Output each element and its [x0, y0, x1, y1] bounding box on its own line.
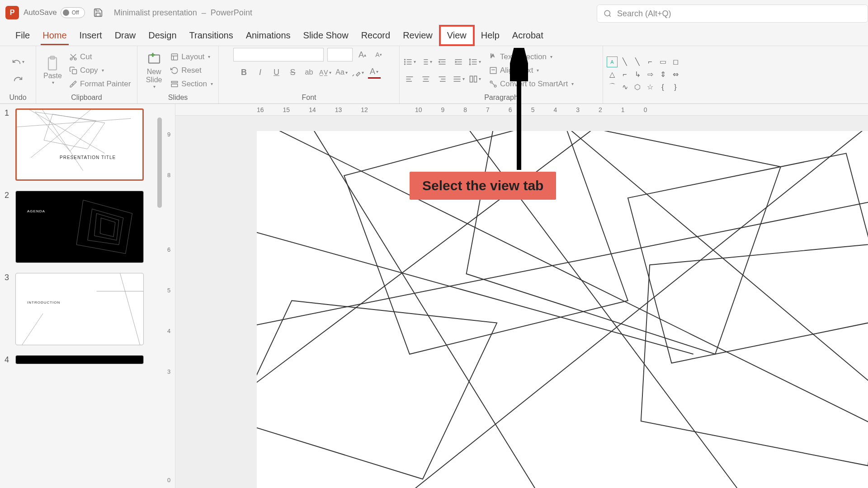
bold-button[interactable]: B — [238, 66, 250, 79]
freeform-shape-icon[interactable]: ⬡ — [632, 82, 643, 93]
font-family-select[interactable] — [233, 48, 324, 61]
square-shape-icon[interactable]: ◻ — [670, 56, 681, 67]
slide-thumbnail-1[interactable]: 1 PRESENTATION TITLE — [5, 108, 158, 181]
character-spacing-button[interactable]: A̲V̲▾ — [319, 66, 332, 79]
tab-acrobat[interactable]: Acrobat — [506, 27, 550, 44]
thumbnail-image[interactable]: PRESENTATION TITLE — [15, 108, 144, 181]
layout-button[interactable]: Layout▾ — [169, 52, 215, 62]
svg-rect-50 — [490, 67, 496, 74]
tab-insert[interactable]: Insert — [73, 27, 108, 44]
decrease-indent-button[interactable] — [436, 56, 448, 68]
font-color-button[interactable]: A▾ — [368, 66, 381, 79]
tab-transitions[interactable]: Transitions — [183, 27, 240, 44]
increase-font-button[interactable]: A▴ — [356, 48, 369, 61]
save-icon[interactable] — [93, 8, 103, 18]
svg-line-80 — [257, 198, 868, 332]
undo-button[interactable]: ▾ — [12, 56, 24, 68]
thumbnail-image[interactable] — [15, 355, 144, 364]
tab-review[interactable]: Review — [396, 27, 439, 44]
slide-thumbnail-2[interactable]: 2 AGENDA — [5, 191, 158, 263]
copy-button[interactable]: Copy▾ — [67, 65, 132, 76]
font-size-select[interactable] — [327, 48, 353, 61]
numbering-button[interactable]: ▾ — [420, 56, 432, 68]
align-left-button[interactable] — [403, 73, 416, 85]
tab-draw[interactable]: Draw — [108, 27, 142, 44]
svg-line-67 — [21, 314, 43, 345]
increase-indent-button[interactable] — [452, 56, 465, 68]
line2-shape-icon[interactable]: ╲ — [632, 56, 643, 67]
brace2-shape-icon[interactable]: } — [670, 82, 681, 93]
svg-marker-60 — [35, 112, 96, 151]
triangle-shape-icon[interactable]: △ — [607, 69, 618, 80]
svg-point-4 — [70, 58, 72, 60]
paste-button[interactable]: Paste▾ — [40, 54, 66, 87]
tab-design[interactable]: Design — [142, 27, 183, 44]
arc-shape-icon[interactable]: ⌒ — [607, 82, 618, 93]
leftright-shape-icon[interactable]: ⇔ — [670, 69, 681, 80]
convert-smartart-button[interactable]: Convert to SmartArt▾ — [487, 79, 576, 89]
redo-button[interactable] — [12, 73, 24, 85]
ribbon-tabs: File Home Insert Draw Design Transitions… — [0, 25, 868, 46]
svg-marker-76 — [628, 153, 868, 363]
autosave-toggle[interactable]: AutoSave Off — [24, 7, 85, 18]
cut-button[interactable]: Cut — [67, 52, 132, 62]
section-button[interactable]: Section▾ — [169, 79, 215, 89]
change-case-button[interactable]: Aa▾ — [335, 66, 348, 79]
reset-button[interactable]: Reset — [169, 65, 215, 76]
align-center-button[interactable] — [420, 73, 432, 85]
slide-number: 3 — [5, 273, 12, 345]
line-spacing-button[interactable]: ▾ — [468, 56, 481, 68]
justify-button[interactable]: ▾ — [452, 73, 465, 85]
bullets-button[interactable]: ▾ — [403, 56, 416, 68]
textbox-shape-icon[interactable]: A — [607, 56, 618, 67]
tab-help[interactable]: Help — [475, 27, 506, 44]
scrollbar-thumb[interactable] — [157, 117, 162, 208]
elbow-shape-icon[interactable]: ↳ — [632, 69, 643, 80]
svg-rect-12 — [172, 54, 178, 60]
svg-point-21 — [404, 61, 405, 62]
align-text-button[interactable]: Align Text▾ — [487, 65, 576, 76]
underline-button[interactable]: U — [270, 66, 283, 79]
thumbnail-image[interactable]: AGENDA — [15, 191, 144, 263]
tab-slideshow[interactable]: Slide Show — [297, 27, 355, 44]
tab-record[interactable]: Record — [355, 27, 396, 44]
star-shape-icon[interactable]: ☆ — [645, 82, 656, 93]
thumb-title: AGENDA — [27, 209, 45, 213]
arrow-shape-icon[interactable]: ⇨ — [645, 69, 656, 80]
connector-shape-icon[interactable]: ⌐ — [645, 56, 656, 67]
toggle-switch[interactable]: Off — [61, 7, 85, 18]
highlight-button[interactable]: ▾ — [352, 66, 364, 79]
tab-animations[interactable]: Animations — [240, 27, 297, 44]
curve-shape-icon[interactable]: ∿ — [619, 82, 630, 93]
shapes-gallery[interactable]: A ╲ ╲ ⌐ ▭ ◻ △ ⌐ ↳ ⇨ ⇕ ⇔ ⌒ ∿ ⬡ ☆ { } — [607, 56, 681, 93]
new-slide-button[interactable]: New Slide▾ — [141, 50, 167, 90]
decrease-font-button[interactable]: A▾ — [373, 48, 385, 61]
slide-thumbnail-4[interactable]: 4 — [5, 355, 158, 365]
align-right-button[interactable] — [436, 73, 448, 85]
shadow-button[interactable]: ab — [303, 66, 316, 79]
tab-view[interactable]: View — [439, 25, 475, 46]
tab-home[interactable]: Home — [36, 27, 73, 44]
svg-marker-83 — [513, 48, 525, 56]
strikethrough-button[interactable]: S — [287, 66, 299, 79]
format-painter-button[interactable]: Format Painter — [67, 79, 132, 89]
search-input[interactable]: Search (Alt+Q) — [597, 5, 868, 23]
rectangle-shape-icon[interactable]: ▭ — [657, 56, 668, 67]
slide-thumbnail-3[interactable]: 3 INTRODUCTION — [5, 273, 158, 345]
brace-shape-icon[interactable]: { — [657, 82, 668, 93]
columns-button[interactable]: ▾ — [468, 73, 481, 85]
slides-group-label: Slides — [141, 93, 215, 103]
line-shape-icon[interactable]: ╲ — [619, 56, 630, 67]
updown-shape-icon[interactable]: ⇕ — [657, 69, 668, 80]
slide-number: 2 — [5, 191, 12, 263]
angle-shape-icon[interactable]: ⌐ — [619, 69, 630, 80]
text-direction-button[interactable]: |AText Direction▾ — [487, 52, 576, 62]
svg-rect-15 — [172, 81, 178, 83]
svg-point-5 — [74, 58, 76, 60]
italic-button[interactable]: I — [254, 66, 267, 79]
slide-thumbnail-panel[interactable]: 1 PRESENTATION TITLE 2 AGENDA 3 INTRODUC… — [0, 104, 163, 488]
workspace: 1 PRESENTATION TITLE 2 AGENDA 3 INTRODUC… — [0, 104, 868, 488]
slide-canvas[interactable] — [257, 131, 868, 488]
tab-file[interactable]: File — [9, 27, 36, 44]
thumbnail-image[interactable]: INTRODUCTION — [15, 273, 144, 345]
